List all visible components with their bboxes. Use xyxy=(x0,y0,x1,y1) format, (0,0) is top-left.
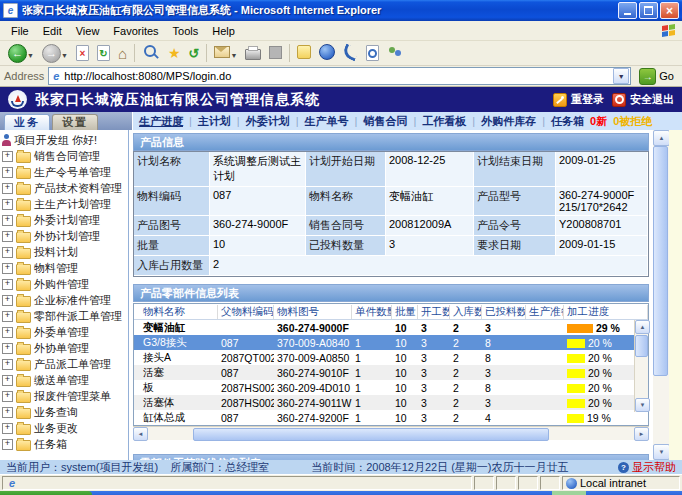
history-button[interactable]: ↺ xyxy=(185,44,204,63)
tree-item-报废件管理菜单[interactable]: 报废件管理菜单 xyxy=(0,388,128,404)
parts-scroll-down-button[interactable]: ▼ xyxy=(635,398,650,412)
tree-expand-icon[interactable] xyxy=(2,407,13,418)
tree-expand-icon[interactable] xyxy=(2,295,13,306)
tree-item-销售合同管理[interactable]: 销售合同管理 xyxy=(0,148,128,164)
tree-item-物料管理[interactable]: 物料管理 xyxy=(0,260,128,276)
messenger-button[interactable] xyxy=(383,44,407,63)
menu-item-favorites[interactable]: Favorites xyxy=(106,24,165,38)
tree-expand-icon[interactable] xyxy=(2,327,13,338)
tree-expand-icon[interactable] xyxy=(2,199,13,210)
main-scrollbar[interactable]: ▲ ▼ xyxy=(653,130,669,460)
edit-button[interactable] xyxy=(265,44,286,63)
address-input[interactable] xyxy=(62,70,613,82)
parts-row[interactable]: 变幅油缸360-274-9000F1032329 % xyxy=(134,320,648,335)
tab-business[interactable]: 业务 xyxy=(4,114,50,130)
tree-item-产品技术资料管理[interactable]: 产品技术资料管理 xyxy=(0,180,128,196)
nav-item-生产单号[interactable]: 生产单号 xyxy=(305,114,349,129)
forward-button[interactable]: →▼ xyxy=(38,42,72,65)
tree-item-业务更改[interactable]: 业务更改 xyxy=(0,420,128,436)
parts-row[interactable]: 板2087HS002360-209-4D01011032820 % xyxy=(134,380,648,395)
refresh-button[interactable]: ↻ xyxy=(93,43,114,63)
main-scroll-down-button[interactable]: ▼ xyxy=(653,444,670,460)
show-help-link[interactable]: 显示帮助 xyxy=(618,460,676,474)
back-button[interactable]: ←▼ xyxy=(4,42,38,65)
tree-item-任务箱[interactable]: 任务箱 xyxy=(0,436,128,452)
tree-item-企业标准件管理[interactable]: 企业标准件管理 xyxy=(0,292,128,308)
swoosh-button[interactable] xyxy=(339,44,362,63)
nav-item-生产进度[interactable]: 生产进度 xyxy=(139,114,183,129)
tree-expand-icon[interactable] xyxy=(2,375,13,386)
note-button[interactable] xyxy=(293,43,315,63)
tree-expand-icon[interactable] xyxy=(2,359,13,370)
parts-hscroll-thumb[interactable] xyxy=(193,428,549,441)
tree-item-产品派工单管理[interactable]: 产品派工单管理 xyxy=(0,356,128,372)
tree-item-外委计划管理[interactable]: 外委计划管理 xyxy=(0,212,128,228)
search-button[interactable] xyxy=(138,41,164,65)
menu-item-file[interactable]: File xyxy=(4,24,36,38)
parts-horizontal-scrollbar[interactable]: ◄ ► xyxy=(133,426,649,440)
parts-row[interactable]: 接头A2087QT002370-009-A085011032820 % xyxy=(134,350,648,365)
tree-item-生产令号单管理[interactable]: 生产令号单管理 xyxy=(0,164,128,180)
menu-item-view[interactable]: View xyxy=(69,24,107,38)
globe-button[interactable] xyxy=(315,42,339,64)
nav-item-外购件库存[interactable]: 外购件库存 xyxy=(481,114,536,129)
parts-row[interactable]: 活塞体2087HS002360-274-9011W11032320 % xyxy=(134,395,648,410)
main-scroll-thumb[interactable] xyxy=(653,146,668,376)
address-input-box[interactable] xyxy=(48,67,631,85)
tree-item-外协单管理[interactable]: 外协单管理 xyxy=(0,340,128,356)
nav-item-外委计划[interactable]: 外委计划 xyxy=(246,114,290,129)
nav-item-工作看板[interactable]: 工作看板 xyxy=(422,114,466,129)
tab-settings[interactable]: 设置 xyxy=(52,114,98,130)
menu-item-edit[interactable]: Edit xyxy=(36,24,69,38)
home-button[interactable]: ⌂ xyxy=(114,44,131,63)
menu-item-help[interactable]: Help xyxy=(205,24,242,38)
tree-expand-icon[interactable] xyxy=(2,231,13,242)
tree-expand-icon[interactable] xyxy=(2,423,13,434)
tree-item-投料计划[interactable]: 投料计划 xyxy=(0,244,128,260)
parts-row[interactable]: 活塞087360-274-9010F11032320 % xyxy=(134,365,648,380)
main-scroll-up-button[interactable]: ▲ xyxy=(653,130,670,146)
parts-vertical-scrollbar[interactable]: ▲ ▼ xyxy=(634,320,648,412)
tree-expand-icon[interactable] xyxy=(2,263,13,274)
tree-item-主生产计划管理[interactable]: 主生产计划管理 xyxy=(0,196,128,212)
relogin-button[interactable]: 重登录 xyxy=(553,92,604,107)
tree-expand-icon[interactable] xyxy=(2,247,13,258)
parts-scroll-up-button[interactable]: ▲ xyxy=(635,320,650,334)
nav-item-主计划[interactable]: 主计划 xyxy=(198,114,231,129)
tree-expand-icon[interactable] xyxy=(2,279,13,290)
parts-scroll-left-button[interactable]: ◄ xyxy=(133,427,148,441)
tree-expand-icon[interactable] xyxy=(2,391,13,402)
print-button[interactable] xyxy=(241,43,265,64)
favorites-button[interactable]: ★ xyxy=(164,43,185,63)
research-button[interactable] xyxy=(362,43,383,63)
tree-expand-icon[interactable] xyxy=(2,439,13,450)
maximize-button[interactable] xyxy=(639,2,658,19)
parts-row[interactable]: 缸体总成087360-274-9200F11032419 % xyxy=(134,410,648,425)
stop-button[interactable]: × xyxy=(72,43,93,63)
tree-expand-icon[interactable] xyxy=(2,151,13,162)
tree-expand-icon[interactable] xyxy=(2,311,13,322)
tree-expand-icon[interactable] xyxy=(2,343,13,354)
address-dropdown-button[interactable] xyxy=(613,68,629,84)
tree-item-零部件派工单管理[interactable]: 零部件派工单管理 xyxy=(0,308,128,324)
tree-item-缴送单管理[interactable]: 缴送单管理 xyxy=(0,372,128,388)
tree-expand-icon[interactable] xyxy=(2,215,13,226)
tree-item-业务查询[interactable]: 业务查询 xyxy=(0,404,128,420)
tree-item-外协计划管理[interactable]: 外协计划管理 xyxy=(0,228,128,244)
tree-item-外委单管理[interactable]: 外委单管理 xyxy=(0,324,128,340)
nav-item-销售合同[interactable]: 销售合同 xyxy=(363,114,407,129)
minimize-button[interactable] xyxy=(618,2,637,19)
logout-button[interactable]: 安全退出 xyxy=(612,92,674,107)
parts-scroll-thumb[interactable] xyxy=(635,335,648,357)
tree-item-外购件管理[interactable]: 外购件管理 xyxy=(0,276,128,292)
close-button[interactable] xyxy=(660,2,679,19)
mail-button[interactable]: ▼ xyxy=(210,44,241,62)
go-button[interactable]: Go xyxy=(635,68,678,85)
parts-row[interactable]: G3/8接头087370-009-A084011032820 % xyxy=(134,335,648,350)
menu-item-tools[interactable]: Tools xyxy=(166,24,206,38)
tree-expand-icon[interactable] xyxy=(2,183,13,194)
start-button-fragment[interactable] xyxy=(0,491,92,495)
nav-item-任务箱[interactable]: 任务箱 xyxy=(551,114,584,129)
tree-expand-icon[interactable] xyxy=(2,167,13,178)
parts-scroll-right-button[interactable]: ► xyxy=(634,427,649,441)
